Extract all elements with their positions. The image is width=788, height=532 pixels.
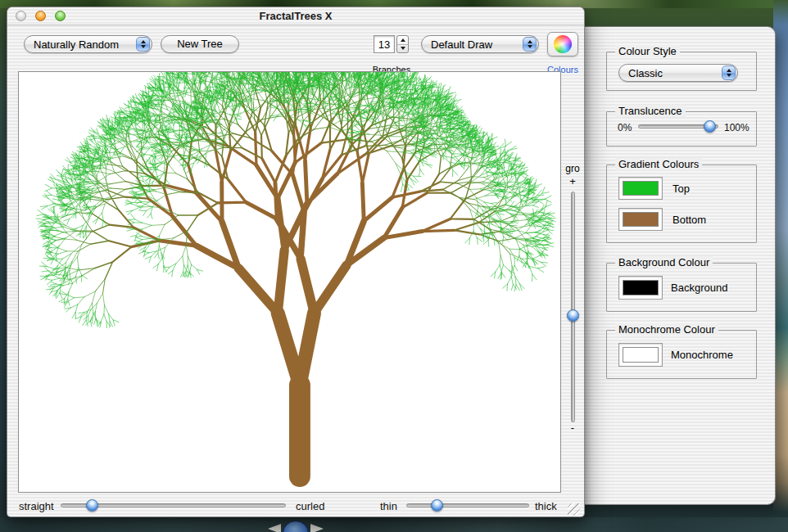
color-wheel-icon <box>554 35 572 53</box>
tree-canvas <box>18 71 561 493</box>
globe-compass-point-right <box>310 524 324 532</box>
globe-compass-point-left <box>268 524 281 532</box>
background-colour-group: Background Colour Background <box>606 263 757 312</box>
gradient-colours-group: Gradient Colours Top Bottom <box>606 165 757 243</box>
title-bar[interactable]: FractalTrees X <box>7 7 584 25</box>
thickness-slider-thumb[interactable] <box>431 499 443 512</box>
gradient-bottom-label: Bottom <box>673 214 706 226</box>
gradient-bottom-colour-well[interactable] <box>618 208 663 231</box>
thickness-slider-min-label: thin <box>380 500 397 512</box>
fractal-tree-image <box>19 72 560 492</box>
grow-slider-label: gro <box>559 163 586 174</box>
stepper-down-icon[interactable] <box>397 44 408 53</box>
colour-style-popup[interactable]: Classic <box>618 64 738 82</box>
curl-slider-max-label: curled <box>296 500 324 512</box>
translucence-group: Translucence 0% 100% <box>606 111 757 147</box>
gradient-colours-title: Gradient Colours <box>615 158 702 170</box>
monochrome-label: Monochrome <box>671 349 733 361</box>
grow-slider-minus-label: - <box>559 422 586 434</box>
gradient-top-label: Top <box>673 183 690 195</box>
colours-drawer: Colour Style Classic Translucence 0% 100… <box>578 26 776 505</box>
new-tree-button[interactable]: New Tree <box>161 35 239 53</box>
thickness-slider-max-label: thick <box>535 500 557 512</box>
mode-popup[interactable]: Naturally Random <box>24 35 152 53</box>
thickness-slider-track[interactable] <box>406 503 529 507</box>
window-title: FractalTrees X <box>7 7 584 25</box>
desktop-water-strip <box>0 517 788 532</box>
colours-button[interactable] <box>547 32 578 56</box>
branches-stepper[interactable] <box>396 35 409 53</box>
mode-popup-value: Naturally Random <box>25 38 136 51</box>
popup-stepper-icon <box>136 37 150 52</box>
background-colour-title: Background Colour <box>615 256 713 268</box>
monochrome-colour-group: Monochrome Colour Monochrome <box>606 330 757 379</box>
desktop: { "window": { "title": "FractalTrees X",… <box>0 0 788 532</box>
colour-style-value: Classic <box>619 67 722 79</box>
background-label: Background <box>671 282 727 294</box>
globe-sphere <box>283 521 309 532</box>
grow-slider-thumb[interactable] <box>567 309 579 322</box>
translucence-title: Translucence <box>615 105 686 117</box>
popup-stepper-icon <box>523 37 537 52</box>
curl-slider-min-label: straight <box>19 500 54 512</box>
branches-input[interactable] <box>374 35 395 53</box>
grow-slider-track[interactable] <box>571 192 575 422</box>
gradient-bottom-swatch <box>623 212 659 227</box>
dock-globe-icon[interactable] <box>268 521 324 532</box>
background-swatch <box>623 280 659 295</box>
monochrome-swatch <box>623 347 659 363</box>
monochrome-colour-title: Monochrome Colour <box>615 323 718 336</box>
fractaltrees-window: FractalTrees X Naturally Random New Tree… <box>7 7 585 517</box>
draw-popup[interactable]: Default Draw <box>421 35 539 53</box>
popup-stepper-icon <box>722 65 736 80</box>
draw-popup-value: Default Draw <box>422 38 523 51</box>
gradient-top-swatch <box>623 181 659 196</box>
gradient-top-colour-well[interactable] <box>618 177 663 200</box>
colour-style-group: Colour Style Classic <box>606 52 757 91</box>
grow-slider-plus-label: + <box>559 175 586 187</box>
stepper-up-icon[interactable] <box>397 36 408 44</box>
background-colour-well[interactable] <box>618 276 663 300</box>
curl-slider-thumb[interactable] <box>86 499 98 512</box>
translucence-slider-thumb[interactable] <box>704 120 716 133</box>
resize-grip[interactable] <box>568 503 580 516</box>
translucence-max-label: 100% <box>724 122 750 133</box>
translucence-min-label: 0% <box>618 122 632 133</box>
monochrome-colour-well[interactable] <box>618 343 663 367</box>
colour-style-title: Colour Style <box>615 45 680 57</box>
